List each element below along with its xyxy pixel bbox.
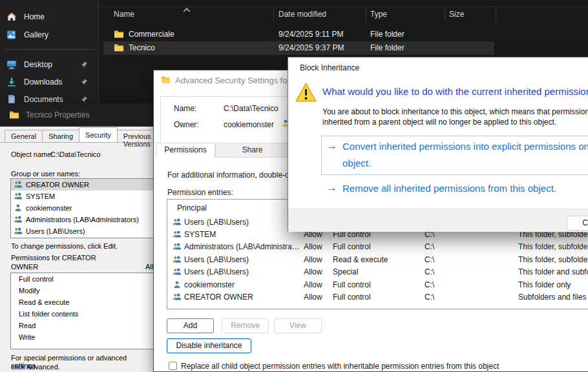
list-item-creator-owner[interactable]: CREATOR OWNER	[11, 179, 153, 191]
user-icon	[173, 280, 182, 289]
remove-permissions-link[interactable]: Remove all inherited permissions from th…	[342, 180, 588, 197]
convert-permissions-link[interactable]: Convert inherited permissions into expli…	[342, 138, 588, 172]
list-item-administrators[interactable]: Administrators (LAB\Administrators)	[11, 214, 153, 225]
permission-read[interactable]: Read	[11, 320, 153, 331]
column-header-date-modified[interactable]: Date modified	[278, 10, 326, 19]
table-row[interactable]: Users (LAB\Users) Allow Special C:\ This…	[167, 266, 588, 278]
permissions-for-label-line2: OWNER	[11, 263, 38, 271]
access-cell: Special	[333, 267, 358, 276]
tab-previous-versions[interactable]: Previous Versions	[117, 130, 158, 142]
folder-icon	[114, 43, 124, 53]
folder-icon	[161, 75, 171, 85]
group-user-list[interactable]: CREATOR OWNER SYSTEM cookiemonster Admin…	[10, 178, 154, 238]
sidebar-item-desktop[interactable]: Desktop	[6, 57, 96, 72]
permission-entries-label: Permission entries:	[167, 188, 233, 197]
disable-inheritance-button[interactable]: Disable inheritance	[167, 338, 251, 353]
applies-to-cell: This folder, subfolders and files	[518, 242, 588, 251]
cancel-button[interactable]: Cancel	[567, 216, 588, 231]
column-separator[interactable]	[273, 8, 274, 22]
access-cell: Full control	[333, 280, 371, 289]
column-separator[interactable]	[496, 8, 496, 22]
sidebar-item-gallery[interactable]: Gallery	[6, 27, 96, 43]
add-button[interactable]: Add	[167, 318, 214, 333]
permission-list-folder-contents[interactable]: List folder contents	[11, 308, 153, 320]
tab-sharing[interactable]: Sharing	[42, 130, 79, 142]
edit-note: To change permissions, click Edit.	[11, 242, 118, 250]
tab-permissions[interactable]: Permissions	[156, 143, 215, 158]
table-row[interactable]: cookiemonster Allow Full control C:\ Thi…	[167, 279, 588, 291]
table-row[interactable]: CREATOR OWNER Allow Full control C:\ Sub…	[167, 291, 588, 304]
inherited-from-cell: C:\	[425, 280, 434, 289]
table-row[interactable]: Administrators (LAB\Administrators) Allo…	[167, 241, 588, 253]
tab-share[interactable]: Share	[215, 143, 289, 158]
file-date: 9/24/2025 9:37 PM	[278, 43, 344, 52]
file-row-tecnico-selected[interactable]: Tecnico 9/24/2025 9:37 PM File folder	[103, 41, 494, 55]
group-icon	[173, 242, 182, 251]
desktop-icon	[6, 59, 17, 70]
view-button[interactable]: View	[274, 318, 322, 333]
block-dialog-title: Block Inheritance	[300, 63, 359, 72]
list-item-cookiemonster[interactable]: cookiemonster	[11, 202, 153, 214]
home-icon	[6, 12, 17, 22]
properties-titlebar[interactable]: Tecnico Properties	[0, 103, 153, 127]
tab-general[interactable]: General	[5, 130, 43, 142]
group-name: SYSTEM	[26, 192, 55, 200]
list-top-border	[99, 6, 588, 7]
gallery-icon	[6, 30, 17, 40]
permissions-list[interactable]: Full control Modify Read & execute List …	[10, 273, 154, 349]
principal-cell: SYSTEM	[184, 230, 300, 239]
group-icon	[14, 180, 23, 189]
principal-cell: Users (LAB\Users)	[184, 267, 300, 276]
group-icon	[14, 192, 23, 201]
list-item-users[interactable]: Users (LAB\Users)	[11, 225, 153, 237]
sidebar-item-home[interactable]: Home	[6, 9, 96, 25]
block-inheritance-dialog: Block Inheritance What would you like to…	[288, 57, 588, 231]
column-header-name[interactable]: Name	[114, 10, 134, 19]
access-cell: Full control	[333, 293, 371, 302]
sidebar-item-label: Home	[24, 12, 45, 21]
file-name: Tecnico	[129, 43, 155, 52]
replace-permissions-checkbox[interactable]	[169, 362, 177, 370]
group-icon	[173, 230, 182, 239]
sidebar-item-label: Desktop	[24, 60, 52, 69]
owner-label: Owner:	[174, 120, 199, 129]
group-name: Users (LAB\Users)	[26, 227, 85, 235]
column-separator[interactable]	[445, 8, 445, 22]
group-name: Administrators (LAB\Administrators)	[26, 216, 139, 223]
list-item-system[interactable]: SYSTEM	[11, 191, 153, 202]
group-icon	[173, 293, 182, 302]
type-cell: Allow	[304, 267, 322, 276]
permission-read-execute[interactable]: Read & execute	[11, 296, 153, 308]
group-icon	[173, 218, 182, 227]
properties-dialog: Tecnico Properties General Sharing Secur…	[0, 103, 153, 372]
principal-cell: CREATOR OWNER	[184, 293, 300, 302]
folder-icon	[9, 110, 19, 120]
groups-list-label: Group or user names:	[11, 170, 80, 178]
permission-write[interactable]: Write	[11, 331, 153, 343]
table-row[interactable]: Users (LAB\Users) Allow Read & execute C…	[167, 254, 588, 266]
pin-icon	[81, 78, 88, 85]
remove-button[interactable]: Remove	[222, 318, 269, 333]
column-header-type[interactable]: Type	[370, 10, 387, 19]
permission-modify[interactable]: Modify	[11, 285, 153, 296]
inherited-from-cell: C:\	[425, 267, 434, 276]
permissions-for-label-line1: Permissions for CREATOR	[11, 254, 96, 262]
tab-security[interactable]: Security	[79, 127, 118, 142]
principal-column-header[interactable]: Principal	[177, 203, 207, 212]
pin-icon	[81, 61, 88, 68]
block-dialog-body-line1: You are about to block inheritance to th…	[322, 107, 588, 116]
properties-title: Tecnico Properties	[26, 110, 90, 119]
arrow-right-icon: →	[326, 140, 337, 152]
sidebar-item-downloads[interactable]: Downloads	[6, 74, 96, 90]
sort-ascending-icon[interactable]	[183, 3, 191, 8]
column-separator[interactable]	[366, 8, 366, 22]
type-cell: Allow	[304, 280, 322, 289]
block-dialog-footer	[288, 209, 588, 232]
user-icon	[14, 203, 23, 212]
group-name: cookiemonster	[26, 204, 72, 212]
name-label: Name:	[174, 104, 196, 113]
file-row-commerciale[interactable]: Commerciale 9/24/2025 9:11 PM File folde…	[103, 28, 494, 41]
column-header-size[interactable]: Size	[449, 10, 464, 19]
pin-icon	[81, 96, 88, 103]
permission-full-control[interactable]: Full control	[11, 273, 153, 285]
